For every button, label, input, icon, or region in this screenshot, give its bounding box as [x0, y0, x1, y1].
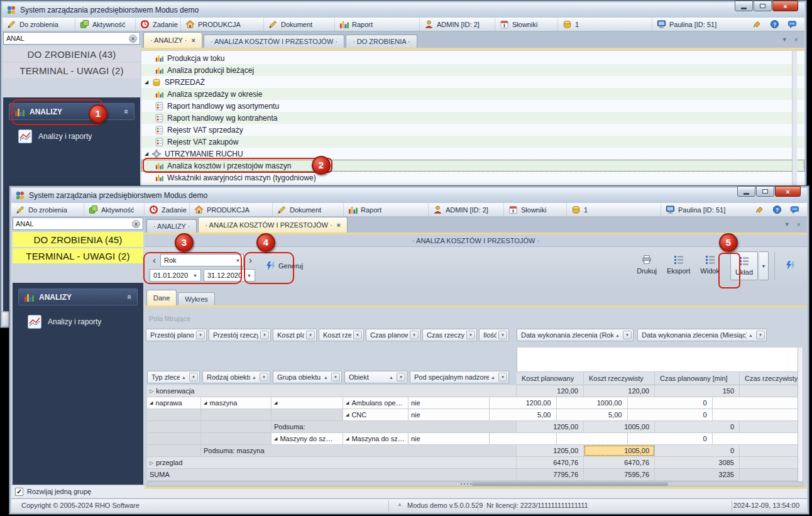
subtab-wykres[interactable]: Wykres — [178, 292, 215, 305]
nav-item-analizy-i-raporty[interactable]: Analizy i raporty — [28, 315, 143, 329]
tab-do-zrobienia[interactable]: · DO ZROBIENIA · — [346, 35, 417, 48]
table-row[interactable]: ◢CNC nie 5,00 5,00 0 — [147, 409, 798, 421]
scrollbar-thumb[interactable] — [472, 482, 668, 486]
tree-item[interactable]: Analiza sprzedaży w okresie — [141, 88, 804, 100]
filter-field-koszt-rzeczywisty[interactable]: Koszt rzecz▼ — [319, 329, 364, 341]
expanded-node-icon[interactable]: ◢ — [274, 400, 277, 405]
grid-cell[interactable]: 0 — [628, 409, 713, 420]
toolbar-dokument[interactable]: Dokument — [264, 18, 335, 31]
close-tab-group-icon[interactable]: × — [794, 36, 798, 43]
grid-cell[interactable]: 6470,76 — [584, 457, 655, 468]
toolbar-paulina[interactable]: Paulina [ID: 51] — [652, 18, 738, 31]
tab-analizy[interactable]: · ANALIZY · — [146, 219, 197, 233]
grid-cell[interactable]: 150 — [655, 385, 740, 397]
expanded-node-icon[interactable]: ◢ — [145, 151, 152, 156]
tree-item[interactable]: Raport handlowy wg asortymentu — [141, 100, 804, 112]
table-row-suma[interactable]: SUMA 7795,76 7595,76 3235 — [147, 469, 798, 481]
toolbar-raport[interactable]: Raport — [344, 203, 429, 216]
column-header-koszt-rzeczywisty[interactable]: Koszt rzeczywisty — [584, 372, 655, 385]
table-row[interactable]: ◢Maszyny do sz… ◢Maszyna do sz… nie 0 — [147, 433, 798, 445]
filter-dropdown-icon[interactable]: ▼ — [260, 373, 268, 382]
print-button[interactable]: Drukuj — [632, 251, 661, 278]
expanded-node-icon[interactable]: ◢ — [145, 79, 152, 85]
column-header-czas-rzeczywisty[interactable]: Czas rzeczywisty [mi — [740, 372, 798, 385]
toolbar-slowniki[interactable]: Słowniki — [495, 18, 558, 31]
nav-item-analizy-i-raporty[interactable]: Analizy i raporty — [18, 129, 140, 143]
help-icon[interactable] — [770, 19, 779, 29]
close-button[interactable]: × — [772, 1, 798, 11]
tree-item[interactable]: Analiza produkcji bieżącej — [141, 64, 804, 76]
tab-analizy[interactable]: · ANALIZY ·× — [143, 32, 202, 48]
tree-item[interactable]: Rejestr VAT sprzedaży — [141, 124, 804, 136]
export-button[interactable]: Eksport — [662, 251, 694, 278]
grid-cell[interactable]: 1005,00 — [584, 421, 655, 432]
title-bar[interactable]: System zarządzania przedsiębiorstwem Mod… — [3, 3, 804, 18]
grid-cell[interactable]: 120,00 — [517, 385, 584, 397]
paint-icon[interactable] — [755, 205, 764, 214]
filter-field-ilosc[interactable]: Ilość z▼ — [479, 329, 509, 341]
toolbar-aktywnosc[interactable]: Aktywność — [75, 18, 136, 31]
grid-cell[interactable] — [740, 421, 798, 432]
grid-cell[interactable] — [740, 385, 798, 397]
tree-item[interactable]: Rejestr VAT zakupów — [141, 136, 804, 148]
grid-cell[interactable]: 5,00 — [490, 409, 557, 420]
collapse-status-icon[interactable]: ▲ — [397, 502, 402, 507]
grid-cell[interactable]: 6470,76 — [517, 457, 584, 468]
table-row[interactable]: Podsuma: 1205,00 1005,00 0 — [147, 421, 798, 433]
column-field-rok[interactable]: Data wykonania zlecenia (Rok)▲▼ — [517, 329, 634, 341]
expanded-node-icon[interactable]: ◢ — [346, 436, 349, 441]
row-field-pod-specjalnym-nadzorem[interactable]: Pod specjalnym nadzorem▲▼ — [410, 371, 509, 383]
filter-dropdown-icon[interactable]: ▼ — [306, 331, 315, 339]
chevron-up-icon[interactable]: « — [125, 295, 134, 299]
grid-cell[interactable]: 0 — [628, 433, 713, 444]
filter-dropdown-icon[interactable]: ▼ — [397, 373, 405, 382]
collapsed-node-icon[interactable]: ▷ — [150, 388, 153, 394]
row-field-typ-zlecenia[interactable]: Typ zlecenia▲▼ — [147, 371, 200, 383]
toolbar-do-zrobienia[interactable]: Do zrobienia — [3, 18, 75, 31]
toolbar-admin[interactable]: ADMIN [ID: 2] — [420, 18, 495, 31]
clear-search-icon[interactable]: x — [129, 35, 137, 43]
subtab-dane[interactable]: Dane — [146, 290, 177, 305]
filter-field-koszt-planowany[interactable]: Koszt plan▼ — [273, 329, 317, 341]
toolbar-raport[interactable]: Raport — [335, 18, 420, 31]
toolbar-slowniki[interactable]: Słowniki — [504, 203, 567, 216]
sidebar-item-do-zrobienia[interactable]: DO ZROBIENIA (43) — [3, 47, 140, 62]
grid-cell[interactable]: 1000,00 — [557, 397, 628, 409]
grid-cell[interactable]: 7595,76 — [584, 469, 655, 480]
tab-list-dropdown-icon[interactable]: ▼ — [782, 36, 787, 43]
filter-dropdown-icon[interactable]: ▼ — [410, 331, 419, 339]
close-tab-icon[interactable]: × — [191, 36, 195, 44]
grid-cell[interactable] — [713, 409, 798, 420]
table-row[interactable]: ▷przeglad 6470,76 6470,76 3085 — [147, 457, 798, 469]
scrollbar-grip-icon[interactable] — [461, 483, 471, 485]
chat-icon[interactable] — [790, 205, 799, 214]
grid-cell[interactable]: 1205,00 — [517, 421, 584, 432]
toolbar-coins[interactable]: 1 — [558, 18, 652, 31]
toolbar-dokument[interactable]: Dokument — [273, 203, 344, 216]
layout-dropdown-button[interactable]: ▼ — [759, 251, 769, 280]
grid-cell[interactable]: 7795,76 — [517, 469, 584, 480]
tab-list-dropdown-icon[interactable]: ▼ — [784, 221, 790, 228]
toolbar-aktywnosc[interactable]: Aktywność — [84, 203, 145, 216]
row-field-obiekt[interactable]: Obiekt▲▼ — [344, 371, 407, 383]
filter-dropdown-icon[interactable]: ▼ — [498, 331, 507, 339]
toolbar-do-zrobienia[interactable]: Do zrobienia — [11, 203, 84, 216]
maximize-button[interactable] — [756, 186, 774, 197]
chevron-up-icon[interactable]: « — [122, 109, 131, 114]
filter-dropdown-icon[interactable]: ▼ — [756, 331, 765, 339]
expanded-node-icon[interactable]: ◢ — [150, 400, 153, 405]
expanded-node-icon[interactable]: ◢ — [346, 412, 349, 417]
column-header-koszt-planowany[interactable]: Koszt planowany — [517, 372, 584, 385]
clear-search-icon[interactable]: x — [132, 220, 140, 228]
table-row[interactable]: ▷konserwacja 120,00 120,00 150 — [147, 385, 798, 397]
chat-icon[interactable] — [787, 19, 797, 29]
toolbar-paulina[interactable]: Paulina [ID: 51] — [661, 203, 747, 216]
search-input[interactable]: ANALx — [13, 217, 143, 230]
grid-cell[interactable]: 1205,00 — [517, 445, 584, 456]
table-row[interactable]: Podsuma: maszyna 1205,00 1005,00 0 — [147, 445, 798, 457]
filter-field-czas-planowany[interactable]: Czas planowa▼ — [366, 329, 420, 341]
filter-dropdown-icon[interactable]: ▼ — [196, 331, 205, 339]
filter-dropdown-icon[interactable]: ▼ — [331, 373, 340, 382]
maximize-button[interactable] — [754, 1, 772, 11]
paint-icon[interactable] — [752, 19, 762, 29]
